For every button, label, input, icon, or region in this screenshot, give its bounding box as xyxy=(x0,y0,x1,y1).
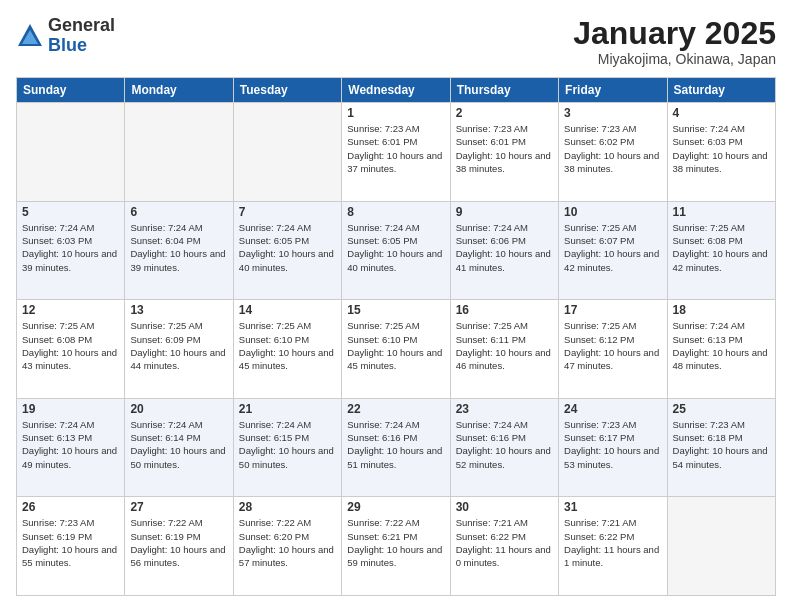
day-cell: 29Sunrise: 7:22 AM Sunset: 6:21 PM Dayli… xyxy=(342,497,450,596)
title-block: January 2025 Miyakojima, Okinawa, Japan xyxy=(573,16,776,67)
day-cell: 6Sunrise: 7:24 AM Sunset: 6:04 PM Daylig… xyxy=(125,201,233,300)
day-number: 6 xyxy=(130,205,227,219)
day-number: 10 xyxy=(564,205,661,219)
day-cell: 2Sunrise: 7:23 AM Sunset: 6:01 PM Daylig… xyxy=(450,103,558,202)
day-number: 7 xyxy=(239,205,336,219)
day-cell: 27Sunrise: 7:22 AM Sunset: 6:19 PM Dayli… xyxy=(125,497,233,596)
logo: General Blue xyxy=(16,16,115,56)
day-info: Sunrise: 7:24 AM Sunset: 6:13 PM Dayligh… xyxy=(22,418,119,471)
day-cell: 21Sunrise: 7:24 AM Sunset: 6:15 PM Dayli… xyxy=(233,398,341,497)
day-cell: 1Sunrise: 7:23 AM Sunset: 6:01 PM Daylig… xyxy=(342,103,450,202)
day-number: 1 xyxy=(347,106,444,120)
day-number: 12 xyxy=(22,303,119,317)
day-cell: 28Sunrise: 7:22 AM Sunset: 6:20 PM Dayli… xyxy=(233,497,341,596)
day-cell: 20Sunrise: 7:24 AM Sunset: 6:14 PM Dayli… xyxy=(125,398,233,497)
header-day-tuesday: Tuesday xyxy=(233,78,341,103)
day-number: 18 xyxy=(673,303,770,317)
day-number: 25 xyxy=(673,402,770,416)
header-row: SundayMondayTuesdayWednesdayThursdayFrid… xyxy=(17,78,776,103)
day-info: Sunrise: 7:24 AM Sunset: 6:14 PM Dayligh… xyxy=(130,418,227,471)
header-day-saturday: Saturday xyxy=(667,78,775,103)
day-cell: 9Sunrise: 7:24 AM Sunset: 6:06 PM Daylig… xyxy=(450,201,558,300)
day-number: 11 xyxy=(673,205,770,219)
logo-icon xyxy=(16,22,44,50)
day-number: 16 xyxy=(456,303,553,317)
week-row-3: 12Sunrise: 7:25 AM Sunset: 6:08 PM Dayli… xyxy=(17,300,776,399)
day-number: 13 xyxy=(130,303,227,317)
day-cell: 23Sunrise: 7:24 AM Sunset: 6:16 PM Dayli… xyxy=(450,398,558,497)
day-info: Sunrise: 7:24 AM Sunset: 6:16 PM Dayligh… xyxy=(347,418,444,471)
day-number: 9 xyxy=(456,205,553,219)
header-day-thursday: Thursday xyxy=(450,78,558,103)
day-info: Sunrise: 7:23 AM Sunset: 6:19 PM Dayligh… xyxy=(22,516,119,569)
day-cell: 19Sunrise: 7:24 AM Sunset: 6:13 PM Dayli… xyxy=(17,398,125,497)
day-cell: 25Sunrise: 7:23 AM Sunset: 6:18 PM Dayli… xyxy=(667,398,775,497)
day-cell: 31Sunrise: 7:21 AM Sunset: 6:22 PM Dayli… xyxy=(559,497,667,596)
day-number: 15 xyxy=(347,303,444,317)
day-number: 8 xyxy=(347,205,444,219)
week-row-2: 5Sunrise: 7:24 AM Sunset: 6:03 PM Daylig… xyxy=(17,201,776,300)
day-cell: 11Sunrise: 7:25 AM Sunset: 6:08 PM Dayli… xyxy=(667,201,775,300)
day-number: 26 xyxy=(22,500,119,514)
day-cell: 8Sunrise: 7:24 AM Sunset: 6:05 PM Daylig… xyxy=(342,201,450,300)
day-cell: 17Sunrise: 7:25 AM Sunset: 6:12 PM Dayli… xyxy=(559,300,667,399)
day-number: 22 xyxy=(347,402,444,416)
day-number: 30 xyxy=(456,500,553,514)
week-row-4: 19Sunrise: 7:24 AM Sunset: 6:13 PM Dayli… xyxy=(17,398,776,497)
day-number: 3 xyxy=(564,106,661,120)
day-cell xyxy=(233,103,341,202)
day-cell: 10Sunrise: 7:25 AM Sunset: 6:07 PM Dayli… xyxy=(559,201,667,300)
day-info: Sunrise: 7:24 AM Sunset: 6:13 PM Dayligh… xyxy=(673,319,770,372)
day-cell: 18Sunrise: 7:24 AM Sunset: 6:13 PM Dayli… xyxy=(667,300,775,399)
day-number: 2 xyxy=(456,106,553,120)
day-number: 24 xyxy=(564,402,661,416)
day-number: 19 xyxy=(22,402,119,416)
day-cell: 12Sunrise: 7:25 AM Sunset: 6:08 PM Dayli… xyxy=(17,300,125,399)
day-number: 23 xyxy=(456,402,553,416)
day-number: 4 xyxy=(673,106,770,120)
day-number: 5 xyxy=(22,205,119,219)
day-info: Sunrise: 7:22 AM Sunset: 6:19 PM Dayligh… xyxy=(130,516,227,569)
day-cell: 3Sunrise: 7:23 AM Sunset: 6:02 PM Daylig… xyxy=(559,103,667,202)
day-info: Sunrise: 7:25 AM Sunset: 6:10 PM Dayligh… xyxy=(347,319,444,372)
logo-general: General xyxy=(48,15,115,35)
day-number: 17 xyxy=(564,303,661,317)
day-number: 27 xyxy=(130,500,227,514)
header-day-wednesday: Wednesday xyxy=(342,78,450,103)
day-cell xyxy=(667,497,775,596)
day-cell: 15Sunrise: 7:25 AM Sunset: 6:10 PM Dayli… xyxy=(342,300,450,399)
day-cell: 7Sunrise: 7:24 AM Sunset: 6:05 PM Daylig… xyxy=(233,201,341,300)
day-cell: 24Sunrise: 7:23 AM Sunset: 6:17 PM Dayli… xyxy=(559,398,667,497)
day-cell xyxy=(17,103,125,202)
day-number: 21 xyxy=(239,402,336,416)
day-info: Sunrise: 7:25 AM Sunset: 6:12 PM Dayligh… xyxy=(564,319,661,372)
day-info: Sunrise: 7:24 AM Sunset: 6:15 PM Dayligh… xyxy=(239,418,336,471)
day-info: Sunrise: 7:24 AM Sunset: 6:04 PM Dayligh… xyxy=(130,221,227,274)
day-info: Sunrise: 7:25 AM Sunset: 6:09 PM Dayligh… xyxy=(130,319,227,372)
day-cell: 13Sunrise: 7:25 AM Sunset: 6:09 PM Dayli… xyxy=(125,300,233,399)
day-cell: 5Sunrise: 7:24 AM Sunset: 6:03 PM Daylig… xyxy=(17,201,125,300)
day-info: Sunrise: 7:23 AM Sunset: 6:01 PM Dayligh… xyxy=(347,122,444,175)
header-day-monday: Monday xyxy=(125,78,233,103)
day-info: Sunrise: 7:23 AM Sunset: 6:01 PM Dayligh… xyxy=(456,122,553,175)
day-info: Sunrise: 7:25 AM Sunset: 6:08 PM Dayligh… xyxy=(22,319,119,372)
day-info: Sunrise: 7:25 AM Sunset: 6:07 PM Dayligh… xyxy=(564,221,661,274)
day-number: 14 xyxy=(239,303,336,317)
day-cell: 4Sunrise: 7:24 AM Sunset: 6:03 PM Daylig… xyxy=(667,103,775,202)
day-info: Sunrise: 7:24 AM Sunset: 6:06 PM Dayligh… xyxy=(456,221,553,274)
week-row-5: 26Sunrise: 7:23 AM Sunset: 6:19 PM Dayli… xyxy=(17,497,776,596)
day-cell: 30Sunrise: 7:21 AM Sunset: 6:22 PM Dayli… xyxy=(450,497,558,596)
day-info: Sunrise: 7:22 AM Sunset: 6:20 PM Dayligh… xyxy=(239,516,336,569)
page: General Blue January 2025 Miyakojima, Ok… xyxy=(0,0,792,612)
day-info: Sunrise: 7:23 AM Sunset: 6:17 PM Dayligh… xyxy=(564,418,661,471)
day-cell: 14Sunrise: 7:25 AM Sunset: 6:10 PM Dayli… xyxy=(233,300,341,399)
day-info: Sunrise: 7:21 AM Sunset: 6:22 PM Dayligh… xyxy=(456,516,553,569)
day-info: Sunrise: 7:24 AM Sunset: 6:05 PM Dayligh… xyxy=(347,221,444,274)
day-info: Sunrise: 7:21 AM Sunset: 6:22 PM Dayligh… xyxy=(564,516,661,569)
calendar-title: January 2025 xyxy=(573,16,776,51)
day-cell: 26Sunrise: 7:23 AM Sunset: 6:19 PM Dayli… xyxy=(17,497,125,596)
day-info: Sunrise: 7:24 AM Sunset: 6:05 PM Dayligh… xyxy=(239,221,336,274)
calendar-subtitle: Miyakojima, Okinawa, Japan xyxy=(573,51,776,67)
day-cell: 22Sunrise: 7:24 AM Sunset: 6:16 PM Dayli… xyxy=(342,398,450,497)
calendar-table: SundayMondayTuesdayWednesdayThursdayFrid… xyxy=(16,77,776,596)
